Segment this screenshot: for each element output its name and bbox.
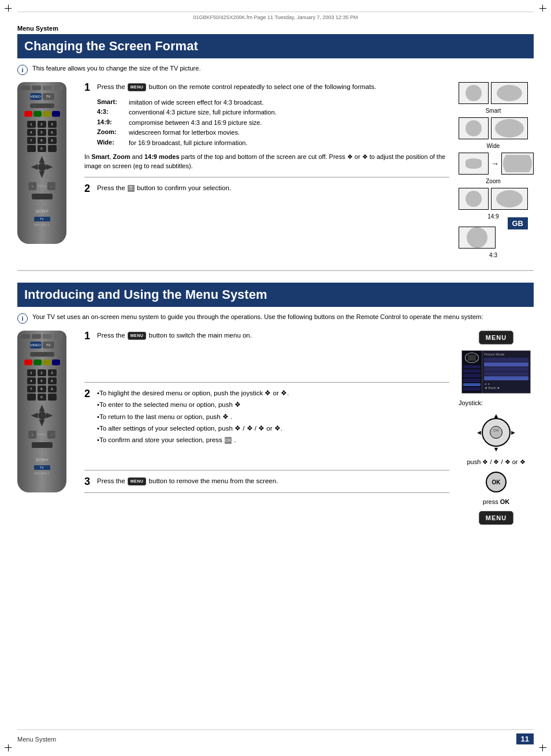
- format-illus-zoom: →: [459, 153, 534, 175]
- step-2-3-text: Press the MENU button to remove the menu…: [97, 476, 449, 486]
- tv-nav-arrows: ◄ Back ►: [484, 386, 528, 390]
- menu-button-top: MENU: [479, 331, 513, 344]
- corner-mark-tl: [5, 5, 14, 14]
- tv-menu-left: [462, 351, 482, 393]
- page-container: 01GBKF50/42SX200K.fm Page 11 Tuesday, Ja…: [0, 0, 551, 756]
- instructions-2: 1 Press the MENU button to switch the ma…: [84, 331, 449, 499]
- bullet-highlight: •To higlight the desired menu or option,…: [97, 388, 449, 398]
- remote-control-2: VIDEO TV 123 456 789 0: [17, 331, 75, 492]
- ok-btn-inline: OK: [225, 437, 232, 444]
- section-header-2: Introducing and Using the Menu System: [17, 283, 534, 307]
- step-num-2: 2: [84, 183, 94, 194]
- joystick-push-text: push ❖ / ❖ / ❖ or ❖: [467, 458, 525, 466]
- screen-43-1: [459, 227, 496, 249]
- format-label-smart: Smart:: [97, 98, 129, 107]
- format-illus-smart: [459, 82, 528, 104]
- format-row-43: 4:3: conventional 4:3 picture size, full…: [97, 108, 449, 117]
- page-footer: Menu System 11: [17, 729, 534, 744]
- corner-mark-br: [537, 742, 546, 751]
- tv-icon: [465, 353, 479, 363]
- step-2-text: Press the ☰ button to confirm your selec…: [97, 183, 449, 193]
- remote-sony-label-2: SONY: [35, 457, 49, 462]
- format-illus-43: [459, 227, 496, 249]
- info-icon-1: i: [17, 65, 28, 75]
- remote-model-1: RM-965 ≡: [34, 223, 50, 227]
- joystick-arrow-down: ▼: [493, 446, 500, 453]
- info-text-2: Your TV set uses an on-screen menu syste…: [32, 313, 483, 321]
- bullet-return: •To return to the last menu or option, p…: [97, 412, 449, 422]
- format-row-wide: Wide: for 16:9 broadcast, full picture i…: [97, 139, 449, 147]
- spacer-1: [84, 344, 449, 376]
- label-wide: Wide: [459, 143, 528, 149]
- joystick-label: Joystick:: [459, 399, 534, 406]
- press-ok-text: press OK: [483, 498, 509, 505]
- smart-zoom-note: In Smart, Zoom and 14:9 modes parts of t…: [84, 152, 449, 171]
- screen-wide-2: [491, 117, 528, 139]
- format-desc-smart: imitation of wide screen effect for 4:3 …: [129, 98, 263, 107]
- remote-sony-label-1: SONY: [35, 209, 49, 214]
- separator-3: [84, 470, 449, 470]
- format-label-43: 4:3:: [97, 108, 129, 117]
- joystick-arrow-up: ▲: [493, 412, 500, 419]
- joystick-visual: OK ▲ ▼ ◄ ►: [476, 412, 516, 453]
- info-icon-2: i: [17, 313, 28, 324]
- format-table: Smart: imitation of wide screen effect f…: [97, 98, 449, 147]
- menu-btn-inline-1: MENU: [128, 83, 147, 92]
- bullet-alter: •To alter settings of your selected opti…: [97, 424, 449, 433]
- content-area-2: VIDEO TV 123 456 789 0: [17, 331, 534, 525]
- screen-zoom-2: [501, 153, 534, 175]
- step-num-2-1: 1: [84, 331, 94, 341]
- remote-model-2: RM-965 ≡: [34, 472, 50, 475]
- section-divider: [17, 270, 534, 271]
- gb-badge: GB: [508, 217, 528, 229]
- step-num-1: 1: [84, 82, 94, 92]
- section-title-2: Introducing and Using the Menu System: [24, 287, 267, 302]
- step-2: 2 Press the ☰ button to confirm your sel…: [84, 183, 449, 194]
- screen-149-1: [459, 188, 489, 210]
- joystick-arrow-right: ►: [510, 429, 516, 436]
- remote-control-1: VIDEO TV 123 456 789 0: [17, 82, 75, 258]
- format-desc-43: conventional 4:3 picture size, full pict…: [129, 108, 277, 117]
- step-num-2-3: 3: [84, 476, 94, 487]
- format-illus-wide: [459, 117, 528, 139]
- spacer-2: [84, 453, 449, 464]
- info-row-1: i This feature allows you to change the …: [17, 64, 534, 75]
- format-desc-wide: for 16:9 broadcast, full picture informa…: [129, 139, 247, 147]
- menu-btn-inline-3: MENU: [128, 477, 147, 486]
- step-1: 1 Press the MENU button on the remote co…: [84, 82, 449, 92]
- bullet-enter: •To enter to the selected menu or option…: [97, 400, 449, 410]
- joystick-inner-circle: OK: [490, 426, 502, 439]
- label-zoom: Zoom: [459, 178, 528, 184]
- info-row-2: i Your TV set uses an on-screen menu sys…: [17, 313, 534, 324]
- instructions-1: 1 Press the MENU button on the remote co…: [84, 82, 449, 258]
- right-panel-2: MENU Picture Mode: [459, 331, 534, 525]
- separator-1: [84, 177, 449, 177]
- format-row-149: 14:9: compromise between 4:3 and 16:9 pi…: [97, 118, 449, 127]
- footer-page-number: 11: [516, 733, 534, 744]
- tv-menu-right: Picture Mode ◄ ► ◄ Back ►: [482, 351, 530, 393]
- screen-smart-2: [491, 82, 528, 104]
- page-number-box: 11: [516, 733, 534, 744]
- section-title-1: Changing the Screen Format: [24, 39, 198, 54]
- step-2-1-text: Press the MENU button to switch the main…: [97, 331, 449, 340]
- corner-mark-bl: [5, 742, 14, 751]
- format-illustrations: Smart Wide →: [459, 82, 534, 258]
- screen-149-2: [491, 188, 528, 210]
- bullet-confirm: •To confirm and store your selection, pr…: [97, 435, 449, 445]
- format-label-149: 14:9:: [97, 118, 129, 127]
- label-smart: Smart: [459, 108, 528, 114]
- section-header-1: Changing the Screen Format: [17, 34, 534, 58]
- joystick-arrow-left: ◄: [476, 429, 482, 436]
- step-2-2: 2 •To higlight the desired menu or optio…: [84, 388, 449, 447]
- footer-section-label: Menu System: [17, 736, 56, 743]
- format-illus-149: [459, 188, 528, 210]
- screen-smart-1: [459, 82, 489, 104]
- step-2-3: 3 Press the MENU button to remove the me…: [84, 476, 449, 487]
- info-text-1: This feature allows you to change the si…: [32, 64, 200, 73]
- format-row-smart: Smart: imitation of wide screen effect f…: [97, 98, 449, 107]
- menu-btn-inline-2: MENU: [128, 332, 147, 340]
- file-info: 01GBKF50/42SX200K.fm Page 11 Tuesday, Ja…: [17, 12, 534, 20]
- screen-wide-1: [459, 117, 489, 139]
- format-label-wide: Wide:: [97, 139, 129, 147]
- format-desc-149: compromise between 4:3 and 16:9 picture …: [129, 118, 262, 127]
